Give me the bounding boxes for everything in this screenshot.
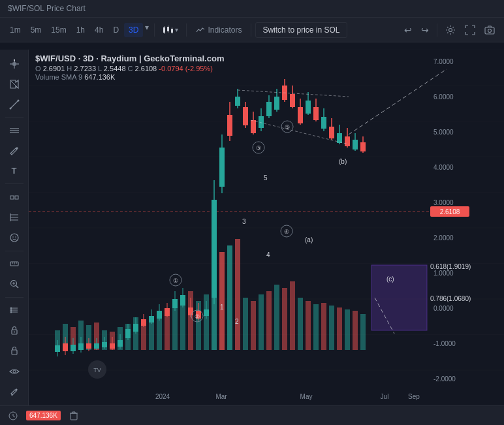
candle-chart-icon [163, 25, 173, 35]
svg-rect-80 [266, 291, 272, 350]
svg-rect-126 [180, 295, 185, 306]
svg-point-28 [10, 234, 18, 242]
edit-tool[interactable] [4, 383, 25, 400]
sep-1 [154, 24, 155, 37]
measure-tool[interactable] [4, 188, 25, 206]
tf-1m[interactable]: 1m [5, 23, 25, 37]
svg-text:(a): (a) [305, 236, 313, 244]
svg-rect-154 [290, 94, 295, 107]
lock2-tool[interactable] [4, 342, 25, 360]
svg-rect-108 [110, 343, 115, 349]
svg-rect-172 [360, 142, 366, 151]
hline-icon [9, 125, 20, 136]
indicators-btn[interactable]: Indicators [191, 23, 247, 37]
svg-point-41 [10, 309, 12, 311]
svg-text:⑤: ⑤ [285, 124, 290, 131]
fib-tool[interactable] [4, 208, 25, 226]
svg-rect-100 [78, 343, 84, 350]
hline-tool[interactable] [4, 121, 25, 139]
svg-rect-3 [167, 27, 169, 31]
high-label: H [67, 65, 72, 72]
svg-rect-148 [266, 102, 272, 116]
trash-btn[interactable] [66, 408, 82, 424]
svg-rect-91 [353, 311, 358, 350]
text-tool[interactable]: T [4, 162, 25, 180]
svg-rect-124 [172, 299, 178, 308]
svg-point-9 [449, 28, 452, 31]
price-chart: 7.0000 6.0000 5.0000 4.0000 3.0000 2.000… [29, 50, 504, 405]
svg-rect-128 [188, 307, 193, 315]
svg-rect-47 [12, 350, 17, 354]
svg-rect-76 [235, 239, 240, 350]
zoom-icon [9, 279, 20, 289]
volume-val: 647.136K [84, 73, 115, 81]
svg-rect-134 [212, 200, 217, 298]
redo-btn[interactable]: ↪ [417, 22, 433, 38]
ruler-tool[interactable] [4, 255, 25, 273]
svg-rect-77 [243, 298, 248, 350]
svg-text:2.6108: 2.6108 [440, 208, 460, 215]
pencil-icon [9, 146, 20, 156]
svg-rect-110 [118, 340, 123, 347]
eye-tool[interactable] [4, 362, 25, 380]
svg-rect-219 [71, 413, 77, 420]
clock-icon [8, 411, 18, 420]
svg-rect-158 [306, 101, 311, 114]
arrow-icon [9, 79, 20, 89]
tf-5m[interactable]: 5m [26, 23, 46, 37]
svg-point-30 [15, 236, 16, 238]
tf-1h[interactable]: 1h [72, 23, 89, 37]
arrow-tool[interactable] [4, 75, 25, 93]
eye-icon [9, 366, 20, 377]
low-val: 2.5448 [104, 65, 126, 72]
fullscreen-icon [465, 25, 475, 35]
svg-rect-120 [157, 311, 162, 319]
svg-rect-156 [298, 107, 303, 123]
zoom-tool[interactable] [4, 275, 25, 293]
time-btn[interactable] [5, 408, 21, 424]
svg-line-36 [16, 286, 18, 289]
svg-point-18 [17, 99, 19, 101]
svg-text:5: 5 [264, 174, 268, 181]
camera-btn[interactable] [480, 23, 499, 37]
svg-rect-65 [149, 323, 154, 350]
tf-3D[interactable]: 3D [124, 23, 143, 37]
svg-rect-90 [345, 309, 350, 350]
line-tool[interactable] [4, 95, 25, 113]
svg-rect-98 [71, 345, 76, 351]
tf-dropdown-icon[interactable]: ▾ [144, 23, 150, 37]
tf-4h[interactable]: 4h [90, 23, 108, 37]
svg-point-29 [12, 236, 14, 238]
tf-15m[interactable]: 15m [46, 23, 71, 37]
svg-point-11 [488, 29, 492, 32]
svg-rect-146 [259, 116, 264, 128]
chart-type-dropdown[interactable]: ▾ [175, 26, 178, 33]
fullscreen-btn[interactable] [461, 22, 479, 38]
svg-text:TV: TV [93, 367, 101, 373]
tf-D[interactable]: D [108, 23, 123, 37]
svg-rect-106 [102, 342, 107, 347]
undo-btn[interactable]: ↩ [400, 22, 416, 38]
switch-price-btn[interactable]: Switch to price in SOL [255, 22, 347, 38]
pencil-tool[interactable] [4, 142, 25, 159]
svg-rect-5 [168, 31, 169, 33]
sep-2 [186, 24, 187, 37]
settings-btn[interactable] [441, 22, 460, 38]
lock-tool[interactable] [4, 322, 25, 339]
chart-type-btn[interactable]: ▾ [159, 23, 182, 37]
svg-rect-162 [321, 117, 326, 129]
svg-rect-132 [204, 309, 209, 316]
left-sidebar: T [0, 50, 29, 405]
svg-text:0.618(1.9019): 0.618(1.9019) [430, 263, 471, 270]
svg-rect-136 [219, 148, 225, 187]
object-tree-tool[interactable] [4, 302, 25, 319]
lock2-icon [9, 345, 20, 356]
emoji-tool[interactable] [4, 229, 25, 247]
svg-rect-78 [251, 301, 256, 350]
svg-rect-22 [10, 196, 14, 199]
svg-text:①: ① [173, 277, 178, 284]
svg-text:(b): (b) [339, 158, 347, 165]
svg-line-16 [10, 101, 18, 108]
svg-text:-1.0000: -1.0000 [433, 340, 456, 347]
crosshair-tool[interactable] [4, 55, 25, 72]
